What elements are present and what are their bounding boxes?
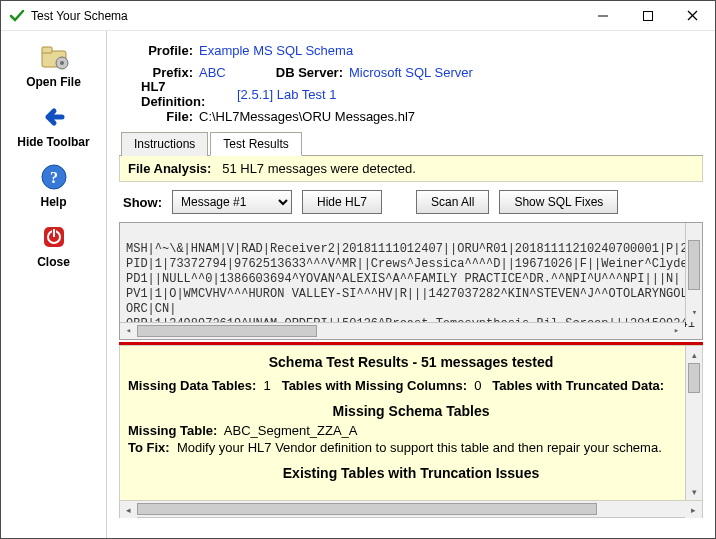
- scrollbar-thumb[interactable]: [688, 363, 700, 393]
- dbserver-label: DB Server:: [269, 65, 349, 80]
- sidebar-item-close[interactable]: Close: [7, 217, 101, 275]
- file-analysis-label: File Analysis:: [128, 161, 211, 176]
- window-title: Test Your Schema: [31, 9, 580, 23]
- missing-tables-heading: Missing Schema Tables: [128, 403, 694, 419]
- maximize-button[interactable]: [625, 1, 670, 30]
- file-value: C:\HL7Messages\ORU Messages.hl7: [199, 109, 415, 124]
- window-controls: [580, 1, 715, 30]
- scroll-right-icon[interactable]: ▸: [668, 323, 685, 340]
- scrollbar-thumb[interactable]: [137, 503, 597, 515]
- power-icon: [36, 221, 72, 253]
- profile-value[interactable]: Example MS SQL Schema: [199, 43, 353, 58]
- sidebar-item-label: Hide Toolbar: [17, 135, 89, 149]
- show-sql-fixes-button[interactable]: Show SQL Fixes: [499, 190, 618, 214]
- scrollbar-thumb[interactable]: [688, 240, 700, 290]
- window-body: Open File Hide Toolbar ? Help: [1, 31, 715, 538]
- scroll-right-icon[interactable]: ▸: [685, 501, 702, 518]
- hide-hl7-button[interactable]: Hide HL7: [302, 190, 382, 214]
- scroll-up-icon[interactable]: ▴: [686, 346, 703, 363]
- sidebar: Open File Hide Toolbar ? Help: [1, 31, 107, 538]
- sidebar-item-open-file[interactable]: Open File: [7, 37, 101, 95]
- schema-results-panel: Schema Test Results - 51 messages tested…: [119, 345, 703, 501]
- scroll-down-icon[interactable]: ▾: [686, 483, 703, 500]
- svg-point-7: [60, 61, 64, 65]
- app-window: Test Your Schema Open File: [0, 0, 716, 539]
- missing-table-line: Missing Table: ABC_Segment_ZZA_A: [128, 423, 694, 438]
- controls-row: Show: Message #1 Hide HL7 Scan All Show …: [119, 182, 703, 222]
- horizontal-scrollbar[interactable]: ◂ ▸: [119, 501, 703, 518]
- results-heading: Schema Test Results - 51 messages tested: [128, 354, 694, 370]
- sidebar-item-label: Open File: [26, 75, 81, 89]
- tab-test-results[interactable]: Test Results: [210, 132, 301, 156]
- back-arrow-icon: [36, 101, 72, 133]
- tab-instructions[interactable]: Instructions: [121, 132, 208, 156]
- minimize-button[interactable]: [580, 1, 625, 30]
- dbserver-value[interactable]: Microsoft SQL Server: [349, 65, 473, 80]
- sidebar-item-hide-toolbar[interactable]: Hide Toolbar: [7, 97, 101, 155]
- to-fix-line: To Fix: Modify your HL7 Vendor definitio…: [128, 440, 694, 455]
- help-icon: ?: [36, 161, 72, 193]
- show-label: Show:: [123, 195, 162, 210]
- truncation-heading: Existing Tables with Truncation Issues: [128, 465, 694, 481]
- scroll-left-icon[interactable]: ◂: [120, 323, 137, 340]
- sidebar-item-label: Close: [37, 255, 70, 269]
- scroll-down-icon[interactable]: ▾: [686, 305, 703, 322]
- close-button[interactable]: [670, 1, 715, 30]
- scan-all-button[interactable]: Scan All: [416, 190, 489, 214]
- results-summary-line: Missing Data Tables: 1 Tables with Missi…: [128, 378, 694, 393]
- tab-strip: Instructions Test Results: [119, 131, 703, 156]
- open-file-icon: [36, 41, 72, 73]
- vertical-scrollbar[interactable]: ▴ ▾: [685, 346, 702, 500]
- scroll-left-icon[interactable]: ◂: [120, 501, 137, 518]
- hl7def-value[interactable]: [2.5.1] Lab Test 1: [237, 87, 337, 102]
- hl7def-label: HL7 Definition:: [119, 79, 237, 109]
- svg-rect-1: [643, 11, 652, 20]
- hl7-message-viewer[interactable]: MSH|^~\&|HNAM|V|RAD|Receiver2|2018111101…: [119, 222, 703, 340]
- vertical-scrollbar[interactable]: ▴ ▾: [685, 223, 702, 322]
- sidebar-item-label: Help: [40, 195, 66, 209]
- sidebar-item-help[interactable]: ? Help: [7, 157, 101, 215]
- main-panel: Profile: Example MS SQL Schema Prefix: A…: [107, 31, 715, 538]
- info-block: Profile: Example MS SQL Schema Prefix: A…: [119, 39, 703, 127]
- file-analysis-bar: File Analysis: 51 HL7 messages were dete…: [119, 156, 703, 182]
- prefix-value[interactable]: ABC: [199, 65, 269, 80]
- titlebar: Test Your Schema: [1, 1, 715, 31]
- svg-text:?: ?: [50, 169, 58, 186]
- file-analysis-text: 51 HL7 messages were detected.: [222, 161, 416, 176]
- profile-label: Profile:: [119, 43, 199, 58]
- scrollbar-thumb[interactable]: [137, 325, 317, 337]
- app-icon: [9, 8, 25, 24]
- message-select[interactable]: Message #1: [172, 190, 292, 214]
- file-label: File:: [119, 109, 199, 124]
- svg-rect-5: [42, 47, 52, 53]
- prefix-label: Prefix:: [119, 65, 199, 80]
- horizontal-scrollbar[interactable]: ◂ ▸: [120, 322, 685, 339]
